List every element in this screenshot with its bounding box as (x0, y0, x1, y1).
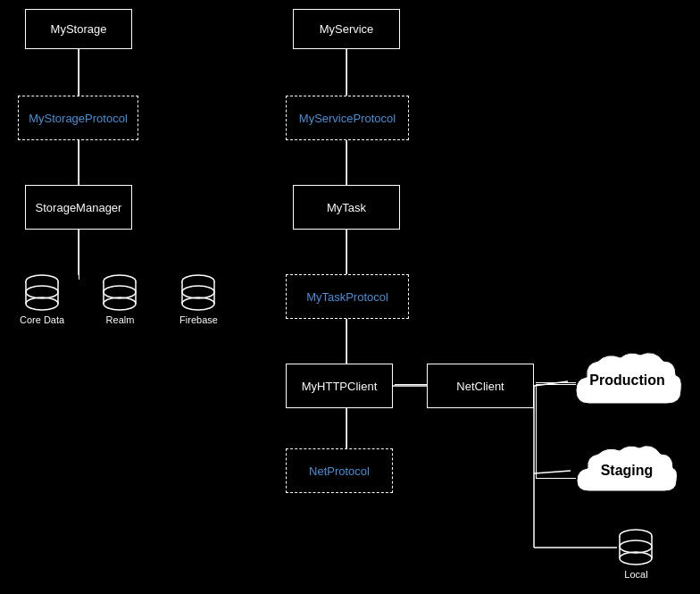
firebase-db: Firebase (179, 272, 219, 325)
staging-cloud: Staging (570, 436, 684, 506)
connector-line (346, 138, 347, 185)
my-service-box: MyService (293, 9, 400, 49)
my-task-box: MyTask (293, 185, 400, 230)
connector-line (395, 384, 430, 385)
svg-line-35 (534, 471, 571, 473)
net-protocol-box: NetProtocol (286, 448, 393, 493)
connector-line (536, 384, 537, 478)
my-storage-box: MyStorage (25, 9, 132, 49)
staging-label: Staging (601, 463, 654, 479)
my-task-protocol-box: MyTaskProtocol (286, 274, 409, 319)
connector-line (346, 317, 347, 364)
svg-rect-19 (620, 536, 652, 558)
connector-line (346, 49, 347, 96)
my-storage-protocol-box: MyStorageProtocol (18, 96, 138, 140)
connector-line (346, 406, 347, 448)
svg-rect-7 (104, 281, 136, 304)
my-service-protocol-box: MyServiceProtocol (286, 96, 409, 140)
svg-rect-1 (26, 281, 58, 304)
my-http-client-box: MyHTTPClient (286, 364, 393, 408)
storage-manager-box: StorageManager (25, 185, 132, 230)
realm-db: Realm (100, 272, 140, 325)
svg-rect-13 (182, 281, 214, 304)
local-db: Local (616, 527, 656, 580)
core-data-db: Core Data (20, 272, 64, 325)
connector-line (346, 228, 347, 274)
net-client-box: NetClient (427, 364, 534, 408)
connector-line (79, 228, 79, 280)
connector-line (79, 49, 79, 96)
diagram-container: MyStorage MyService MyStorageProtocol My… (0, 0, 700, 594)
production-label: Production (589, 372, 664, 389)
production-cloud: Production (567, 341, 688, 420)
connector-line (79, 138, 79, 185)
